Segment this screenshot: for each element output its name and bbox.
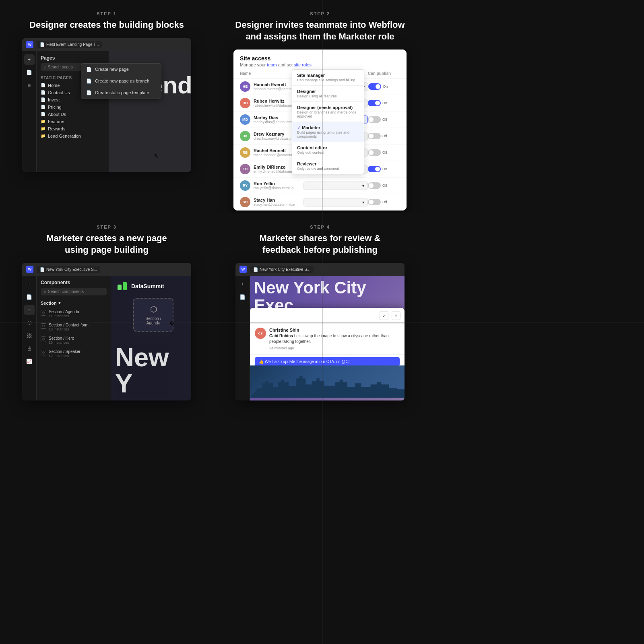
wf-logo-3: W <box>26 266 33 273</box>
avatar-6: RY <box>240 180 250 191</box>
role-option-marketer[interactable]: ✓ Marketer Build pages using templates a… <box>292 122 364 142</box>
comp-inst-3: 12 instances <box>49 354 80 358</box>
page-item-rewards[interactable]: 📁Rewards <box>37 125 109 132</box>
step3-pages-btn[interactable]: + <box>24 279 35 289</box>
step3-layers-btn[interactable]: ≡ <box>24 305 35 315</box>
cursor-arrow: ↖ <box>154 152 159 160</box>
toggle-4[interactable] <box>368 149 381 156</box>
about-page-icon: 📄 <box>41 112 45 116</box>
toggle-5[interactable] <box>368 166 381 172</box>
step3-img-btn[interactable]: 🖼 <box>24 330 35 341</box>
step3-title: Marketer creates a new pageusing page bu… <box>46 233 167 256</box>
step3-chart-btn[interactable]: 📈 <box>24 356 35 367</box>
create-template-item[interactable]: 📄 Create static page template <box>81 87 161 99</box>
page-icon-4: 📄 <box>253 267 258 272</box>
features-folder-icon: 📁 <box>41 119 45 124</box>
step3-tab[interactable]: 📄 New York City Executive S... <box>37 266 100 273</box>
modal-subtitle: Manage your team and set site roles. <box>240 62 400 67</box>
step4-title: Marketer shares for review &feedback bef… <box>260 233 381 256</box>
components-icon-btn[interactable]: 📄 <box>24 67 35 78</box>
comment-name: Christine Shin <box>269 328 400 332</box>
step3-label: STEP 3 <box>97 225 117 229</box>
page-icon-3: 📄 <box>40 267 45 272</box>
page-icon: 📄 <box>40 42 45 47</box>
step3-window: W 📄 New York City Executive S... + 📄 ≡ ⬡… <box>22 263 191 400</box>
check-icon: ✓ <box>297 126 300 130</box>
create-branch-item[interactable]: 📄 Create new page as branch <box>81 75 161 87</box>
drag-ghost-icon: ⬡ <box>150 304 157 314</box>
role-select-7[interactable]: ▾ <box>303 198 368 206</box>
create-page-item[interactable]: 📄 Create new page <box>81 64 161 75</box>
comp-name-2: Section / Hero <box>49 336 74 341</box>
plus-action-btn[interactable]: + <box>392 311 400 320</box>
step1-cell: STEP 1 Designer creates the building blo… <box>0 0 213 213</box>
toggle-1[interactable] <box>368 100 381 106</box>
step3-body: + 📄 ≡ ⬡ 🖼 🗄 📈 Components ⌕ Search compon… <box>22 276 191 400</box>
contact-page-icon: 📄 <box>41 90 45 95</box>
step1-panel-title: Pages <box>37 55 109 63</box>
role-option-desc-d: Design using all features <box>297 94 359 98</box>
comp-item-1[interactable]: ⬡ Section / Contact form10 instances <box>37 320 111 334</box>
step4-page-btn[interactable]: 📄 <box>237 292 248 302</box>
invest-page-icon: 📄 <box>41 97 45 102</box>
section-chevron[interactable]: Section ▾ <box>37 299 111 307</box>
toggle-7[interactable] <box>368 199 381 205</box>
ds-text: DataSummit <box>131 283 164 289</box>
step4-label: STEP 4 <box>310 225 330 229</box>
role-option-title-ce: Content editor <box>297 145 359 150</box>
step3-search[interactable]: ⌕ Search components <box>41 288 107 295</box>
step3-data-btn[interactable]: 🗄 <box>24 343 35 354</box>
role-option-desc-da: Design on branches and merge once approv… <box>297 110 359 118</box>
role-option-designer[interactable]: Designer Design using all features <box>292 86 364 102</box>
role-option-content[interactable]: Content editor Only edit content <box>292 142 364 158</box>
create-template-icon: 📄 <box>86 90 92 95</box>
drag-cursor: ✥ <box>169 320 174 326</box>
team-link[interactable]: team <box>267 62 277 67</box>
step4-tab[interactable]: 📄 New York City Executive S... <box>250 266 314 273</box>
user-email-7: stacy.han@datasummit.ai <box>254 202 295 206</box>
role-option-designer-approval[interactable]: Designer (needs approval) Design on bran… <box>292 102 364 122</box>
step4-pages-btn[interactable]: + <box>237 279 248 289</box>
role-option-sitemanager[interactable]: Site manager Can manage site settings an… <box>292 70 364 86</box>
pricing-page-icon: 📄 <box>41 105 45 109</box>
step1-tab[interactable]: 📄 Field Event Landing Page T... <box>37 41 102 48</box>
layers-icon-btn[interactable]: ≡ <box>24 80 35 91</box>
step2-title: Designer invites teammate into Webflowan… <box>235 19 405 42</box>
role-option-reviewer[interactable]: Reviewer Only review and comment <box>292 158 364 174</box>
site-roles-link[interactable]: site roles <box>294 62 312 67</box>
toggle-2[interactable] <box>368 116 381 123</box>
toggle-0[interactable] <box>368 83 381 90</box>
toggle-3[interactable] <box>368 133 381 139</box>
page-item-features[interactable]: 📁Features <box>37 118 109 125</box>
comment-reply-input[interactable]: 👍 We'll also update the image in our CTA… <box>255 357 400 366</box>
comment-avatar: CS <box>255 328 266 339</box>
role-option-title-m: ✓ Marketer <box>297 125 359 130</box>
step3-titlebar: W 📄 New York City Executive S... <box>22 263 191 276</box>
comment-main-user: CS Christine Shin Gabi Robins Let's swap… <box>255 328 400 350</box>
page-item-about[interactable]: 📄About Us <box>37 111 109 118</box>
role-option-desc-sm: Can manage site settings and billing <box>297 78 359 82</box>
toggle-wrap-0: On <box>368 83 400 90</box>
step2-modal: Site access Manage your team and set sit… <box>233 50 407 211</box>
pages-icon-btn[interactable]: + <box>24 54 35 65</box>
step3-sidebar: Components ⌕ Search components Section ▾… <box>37 276 111 400</box>
user-name-6: Ron Yellin <box>254 181 294 186</box>
vertical-divider <box>322 0 322 427</box>
avatar-5: ED <box>240 164 250 174</box>
step4-content: New York CityExec ✓ + CS Christine Shin <box>250 276 405 400</box>
step3-content: DataSummit NewY ⬡ Section /Agenda ✥ <box>111 276 191 400</box>
comp-item-3[interactable]: ⬡ Section / Speaker12 instances <box>37 347 111 360</box>
comp-item-2[interactable]: ⬡ Section / Hero10 instances <box>37 334 111 347</box>
comp-item-0[interactable]: ⬡ Section / Agenda11 instances <box>37 307 111 320</box>
page-item-pricing[interactable]: 📄Pricing <box>37 103 109 111</box>
step3-cell: STEP 3 Marketer creates a new pageusing … <box>0 213 213 427</box>
step3-page-btn[interactable]: 📄 <box>24 292 35 302</box>
step3-comp-btn[interactable]: ⬡ <box>24 318 35 328</box>
drag-ghost: ⬡ Section /Agenda <box>133 298 173 332</box>
role-option-title-r: Reviewer <box>297 161 359 166</box>
role-select-6[interactable]: ▾ <box>303 182 368 190</box>
page-item-leadgen[interactable]: 📁Lead Generation <box>37 132 109 140</box>
role-option-desc-ce: Only edit content <box>297 151 359 155</box>
check-action-btn[interactable]: ✓ <box>380 311 388 320</box>
toggle-6[interactable] <box>368 182 381 189</box>
